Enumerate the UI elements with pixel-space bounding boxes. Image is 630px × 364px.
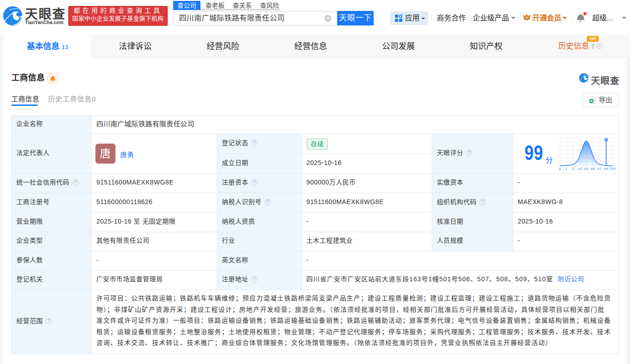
svg-text:85: 85 bbox=[591, 167, 595, 171]
svg-text:99: 99 bbox=[604, 167, 609, 171]
svg-text:15: 15 bbox=[578, 167, 582, 171]
svg-text:100: 100 bbox=[610, 167, 616, 171]
svg-text:0: 0 bbox=[559, 167, 561, 171]
svg-text:50: 50 bbox=[584, 167, 589, 171]
svg-text:1: 1 bbox=[565, 167, 568, 171]
svg-text:3: 3 bbox=[572, 167, 575, 171]
svg-text:97: 97 bbox=[597, 167, 602, 171]
